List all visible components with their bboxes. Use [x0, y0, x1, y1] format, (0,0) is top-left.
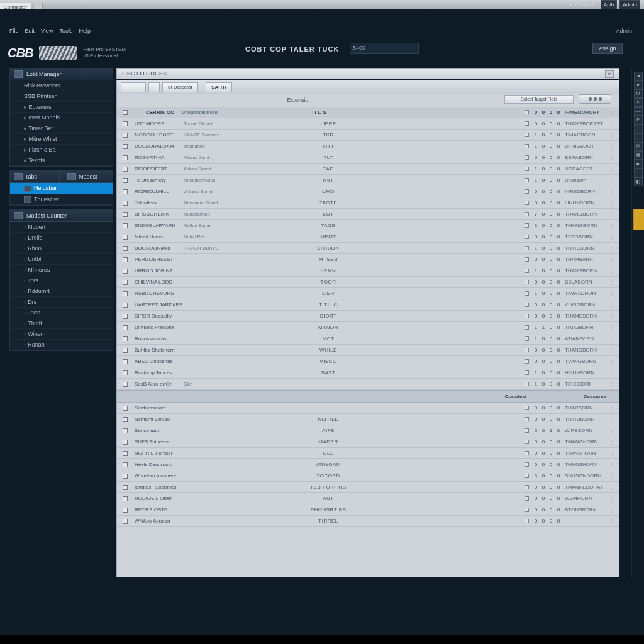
- column-header-ext[interactable]: Extension: [287, 97, 312, 103]
- row-checkbox[interactable]: [123, 462, 128, 467]
- grid-filter-button[interactable]: Select Target Field: [504, 95, 574, 104]
- table-row[interactable]: Iethttos I SocursesTEB FOIR TIS0000TMANN…: [117, 482, 619, 493]
- rail-tool-button[interactable]: ⚙: [634, 89, 643, 98]
- flag-checkbox[interactable]: [525, 451, 529, 455]
- row-checkbox[interactable]: [123, 246, 128, 251]
- flag-checkbox[interactable]: [525, 178, 529, 182]
- row-menu-icon[interactable]: ¦: [606, 200, 619, 206]
- sidebar-tree-item[interactable]: Mhnores: [10, 265, 113, 275]
- row-checkbox[interactable]: [123, 257, 128, 262]
- row-checkbox[interactable]: [123, 519, 128, 524]
- flag-checkbox[interactable]: [525, 314, 529, 318]
- table-row[interactable]: Nshfamt OnosloKLITILE0000THIRDBORN¦: [117, 414, 619, 425]
- flag-checkbox[interactable]: [525, 223, 529, 228]
- row-checkbox[interactable]: [123, 291, 128, 296]
- flag-checkbox[interactable]: [525, 269, 529, 273]
- table-row[interactable]: REORSIOSTEPHONSRT BS0000BTONSBORN¦: [117, 504, 619, 516]
- sidebar-tree-item[interactable]: Untbl: [10, 254, 113, 265]
- flag-checkbox[interactable]: [525, 474, 529, 478]
- flag-checkbox[interactable]: [525, 440, 529, 444]
- table-row[interactable]: PERGLISHSESTMTSBB0000THAMBARN¦: [117, 254, 619, 265]
- rail-tool-button[interactable]: ▤: [634, 142, 643, 151]
- row-checkbox[interactable]: [123, 155, 128, 160]
- row-checkbox[interactable]: [123, 451, 128, 456]
- row-checkbox[interactable]: [123, 508, 128, 513]
- rail-tool-button[interactable]: [634, 125, 643, 133]
- row-checkbox[interactable]: [123, 382, 128, 387]
- table-row[interactable]: SIRSR DoesaillySIORT0000THAMESORN¦: [117, 311, 619, 322]
- row-menu-icon[interactable]: ¦: [606, 450, 619, 456]
- row-menu-icon[interactable]: ¦: [606, 381, 619, 387]
- flag-checkbox[interactable]: [525, 303, 529, 307]
- flag-checkbox[interactable]: [525, 189, 529, 194]
- toolbar-btn-detector[interactable]: of Detector: [162, 82, 198, 92]
- sidebar-item[interactable]: Thuesitter: [10, 194, 113, 206]
- sidebar-item[interactable]: Ebteners: [10, 102, 113, 113]
- toolbar-btn-1[interactable]: [121, 82, 146, 92]
- menu-tools[interactable]: Tools: [59, 28, 72, 35]
- table-row[interactable]: BIRSBGITLIRKMultorforroodLUT7000THANGBOR…: [117, 209, 619, 220]
- row-checkbox[interactable]: [123, 314, 128, 319]
- flag-checkbox[interactable]: [525, 406, 529, 410]
- row-menu-icon[interactable]: ¦: [606, 245, 619, 251]
- row-menu-icon[interactable]: ¦: [606, 428, 619, 433]
- row-checkbox[interactable]: [123, 440, 128, 445]
- flag-checkbox[interactable]: [525, 336, 529, 341]
- sidebar-panel-header-3[interactable]: Modest Counter: [10, 210, 113, 222]
- sidebar-item[interactable]: Teknts: [10, 155, 113, 166]
- flag-checkbox[interactable]: [525, 359, 529, 364]
- rail-tool-button[interactable]: ★: [634, 80, 643, 89]
- flag-checkbox[interactable]: [525, 462, 529, 467]
- row-menu-icon[interactable]: ¦: [606, 177, 619, 183]
- rail-tool-button[interactable]: ■: [634, 160, 643, 169]
- row-checkbox[interactable]: [123, 121, 128, 126]
- flag-checkbox[interactable]: [525, 167, 529, 171]
- row-menu-icon[interactable]: ¦: [606, 507, 619, 513]
- row-menu-icon[interactable]: ¦: [606, 416, 619, 422]
- row-checkbox[interactable]: [123, 235, 128, 240]
- row-menu-icon[interactable]: ¦: [606, 484, 619, 490]
- flag-checkbox[interactable]: [525, 370, 529, 375]
- row-menu-icon[interactable]: ¦: [606, 518, 619, 524]
- row-menu-icon[interactable]: ¦: [606, 358, 619, 364]
- row-checkbox[interactable]: [123, 189, 128, 194]
- toolbar-btn-saitr[interactable]: SAITR: [206, 82, 232, 92]
- flag-checkbox[interactable]: [525, 201, 529, 205]
- row-menu-icon[interactable]: ¦: [606, 211, 619, 217]
- sidebar-tree-item[interactable]: Ronan: [10, 340, 113, 350]
- row-menu-icon[interactable]: ¦: [606, 370, 619, 375]
- table-row[interactable]: RooossomcasMCT1000ATIANSORN¦: [117, 333, 619, 345]
- table-row[interactable]: Dimeers FraisonaMTNOR1100TIMIGBORN¦: [117, 322, 619, 333]
- row-menu-icon[interactable]: ¦: [606, 143, 619, 149]
- row-menu-icon[interactable]: ¦: [606, 439, 619, 445]
- sidebar-tree-item[interactable]: Mobert: [10, 222, 113, 233]
- table-row[interactable]: SosB Abro errOrGler1000TIRCOIDRH¦: [117, 379, 619, 390]
- table-row[interactable]: NGHRIE FonsterOLE0000TVANSHORN¦: [117, 448, 619, 459]
- rail-tool-button[interactable]: —: [634, 107, 643, 116]
- rail-tool-button[interactable]: [634, 133, 643, 142]
- row-menu-icon[interactable]: ¦: [606, 189, 619, 194]
- row-checkbox[interactable]: [123, 201, 128, 206]
- table-row[interactable]: RICRICULHILLUntrend SomelUMO0000INREDBOR…: [117, 186, 619, 197]
- row-checkbox[interactable]: [123, 336, 128, 341]
- flag-checkbox[interactable]: [525, 291, 529, 296]
- row-menu-icon[interactable]: ¦: [606, 473, 619, 479]
- flag-checkbox[interactable]: [525, 325, 529, 330]
- table-row[interactable]: But tbs ShotshernWHILE0000THANGBORN¦: [117, 345, 619, 356]
- sidebar-panel-header-1[interactable]: Lobt Manager: [10, 69, 113, 80]
- row-menu-icon[interactable]: ¦: [606, 325, 619, 330]
- flag-checkbox[interactable]: [525, 485, 529, 489]
- table-row[interactable]: WNAbs AouoonTIRREL0000¦: [117, 516, 619, 527]
- table-row[interactable]: SNFS ThibeserMADER0000TMANGHORN¦: [117, 436, 619, 448]
- row-checkbox[interactable]: [123, 178, 128, 183]
- row-menu-icon[interactable]: ¦: [606, 302, 619, 308]
- sidebar-item[interactable]: Risk Browsers: [10, 80, 113, 91]
- sidebar-item[interactable]: Heldabar: [10, 183, 113, 194]
- row-menu-icon[interactable]: ¦: [606, 347, 619, 353]
- table-row[interactable]: BOOSOORIARHFROOAT DURVSLITIBOK1000THIREB…: [117, 243, 619, 254]
- flag-checkbox[interactable]: [525, 496, 529, 501]
- table-row[interactable]: Mlaerl UversMoturl RelMEMT0000TVSGBORN¦: [117, 231, 619, 243]
- sidebar-tree-item[interactable]: Rhoo: [10, 243, 113, 254]
- flag-checkbox[interactable]: [525, 133, 529, 137]
- flag-checkbox[interactable]: [525, 246, 529, 250]
